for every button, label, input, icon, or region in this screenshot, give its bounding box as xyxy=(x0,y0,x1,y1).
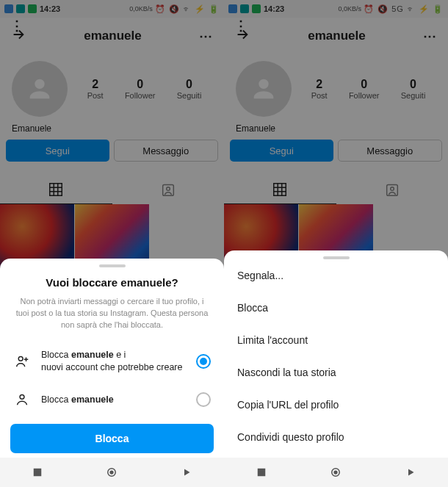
block-dialog-sheet: Vuoi bloccare emanuele? Non potrà inviar… xyxy=(0,259,224,458)
person-plus-icon xyxy=(13,353,31,369)
nav-back-icon[interactable] xyxy=(180,466,193,479)
nav-recents-icon[interactable] xyxy=(255,466,268,479)
system-nav-bar xyxy=(0,458,224,487)
screen-options-menu: 14:23 0,0KB/s ⏰ 🔇 5G ᯤ ⚡ 🔋 emanuele ⋯ ⋮ xyxy=(224,0,448,487)
svg-point-7 xyxy=(110,470,114,474)
block-option-single[interactable]: Blocca emanuele xyxy=(0,383,224,416)
block-dialog-title: Vuoi bloccare emanuele? xyxy=(0,272,224,296)
nav-back-icon[interactable] xyxy=(404,466,417,479)
menu-copy-url[interactable]: Copia l'URL del profilo xyxy=(224,389,448,421)
block-option-text: Blocca emanuele e i nuovi account che po… xyxy=(41,349,186,374)
svg-point-13 xyxy=(334,470,338,474)
nav-recents-icon[interactable] xyxy=(31,466,44,479)
block-dialog-description: Non potrà inviarti messaggi o cercare il… xyxy=(0,296,224,340)
sheet-handle[interactable] xyxy=(323,256,350,259)
system-nav-bar xyxy=(224,458,448,487)
block-option-all-accounts[interactable]: Blocca emanuele e i nuovi account che po… xyxy=(0,340,224,383)
svg-point-4 xyxy=(20,394,24,399)
radio-selected[interactable] xyxy=(196,354,211,369)
menu-block[interactable]: Blocca xyxy=(224,292,448,324)
svg-point-3 xyxy=(18,357,23,361)
svg-rect-11 xyxy=(258,469,266,477)
person-icon xyxy=(13,392,31,408)
menu-share-profile[interactable]: Condividi questo profilo xyxy=(224,421,448,453)
menu-restrict[interactable]: Limita l'account xyxy=(224,324,448,356)
svg-rect-5 xyxy=(34,469,42,477)
block-confirm-button[interactable]: Blocca xyxy=(10,424,214,453)
sheet-handle[interactable] xyxy=(99,264,126,267)
menu-hide-story[interactable]: Nascondi la tua storia xyxy=(224,356,448,389)
nav-home-icon[interactable] xyxy=(329,466,342,479)
screen-block-dialog: 14:23 0,0KB/s ⏰ 🔇 ᯤ ⚡ 🔋 emanuele ⋯ ⋮ xyxy=(0,0,224,487)
block-option-text: Blocca emanuele xyxy=(41,394,186,406)
menu-report[interactable]: Segnala... xyxy=(224,264,448,292)
options-menu-sheet: Segnala... Blocca Limita l'account Nasco… xyxy=(224,250,448,458)
radio-unselected[interactable] xyxy=(196,392,211,407)
nav-home-icon[interactable] xyxy=(105,466,118,479)
